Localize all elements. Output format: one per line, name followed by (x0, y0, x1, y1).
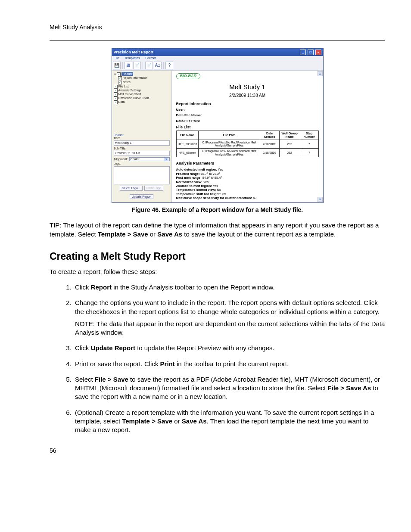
col-step-number: Step Number (300, 131, 318, 140)
help-icon[interactable]: ? (165, 62, 173, 69)
table-row: HFE_283.melt C:\Program Files\Bio-Rad\Pr… (176, 140, 318, 148)
tree-item[interactable]: File List (118, 85, 129, 88)
save-icon[interactable]: 💾 (113, 62, 121, 69)
tree-item[interactable]: Report Information (123, 76, 148, 79)
step-6: (Optional) Create a report template with… (73, 408, 385, 435)
step-2: Change the options you want to include i… (73, 299, 385, 337)
file-list-table: File Name File Path Date Created Well Gr… (176, 131, 319, 157)
step-3: Click Update Report to update the Report… (73, 344, 385, 352)
toolbar: 💾 🖶 📄 📄 A± ? (112, 61, 323, 71)
col-well-group: Well Group Name (279, 131, 300, 140)
report-datetime: 2/2/2009 11:38 AM (176, 93, 319, 98)
minimize-icon[interactable]: _ (300, 50, 306, 55)
print-icon[interactable]: 🖶 (125, 62, 132, 69)
window-title: Precision Melt Report (114, 50, 154, 55)
close-icon[interactable]: × (315, 50, 321, 55)
report-info-heading: Report Information (176, 102, 319, 106)
subtitle-label: Sub-Title: (114, 147, 170, 150)
analysis-params-heading: Analysis Parameters (176, 162, 319, 166)
checkbox-icon[interactable]: ✓ (114, 85, 118, 89)
biorad-logo: BIO-RAD (176, 73, 201, 79)
menu-templates[interactable]: Templates (124, 56, 140, 60)
user-line: User: (176, 108, 319, 112)
col-file-path: File Path (199, 131, 260, 140)
file-list-heading: File List (176, 125, 319, 130)
tree-item[interactable]: Difference Curve Chart (118, 96, 149, 100)
report-window-screenshot: Precision Melt Report _ □ × File Templat… (112, 48, 324, 203)
section-heading: Creating a Melt Study Report (50, 251, 385, 262)
title-label: Title: (114, 137, 170, 140)
figure-caption: Figure 46. Example of a Report window fo… (50, 206, 385, 213)
options-tree: ⊟ ✓Header ✓Report Information ✓Notes ✓Fi… (114, 72, 170, 104)
running-header: Melt Study Analysis (50, 24, 385, 31)
report-title: Melt Study 1 (176, 84, 319, 91)
col-file-name: File Name (176, 131, 199, 140)
col-date-created: Date Created (260, 131, 279, 140)
header-section-label: Header (114, 134, 170, 137)
checkbox-icon[interactable]: ✓ (118, 76, 122, 80)
checkbox-icon[interactable]: ✓ (114, 89, 118, 93)
maximize-icon[interactable]: □ (308, 50, 314, 55)
step-1: Click Report in the Study Analysis toolb… (73, 283, 385, 292)
checkbox-icon[interactable]: ✓ (114, 93, 118, 96)
tree-item[interactable]: Melt Curve Chart (118, 93, 141, 96)
report-options-sidebar: ⊟ ✓Header ✓Report Information ✓Notes ✓Fi… (112, 71, 172, 203)
alignment-select[interactable]: Center ▾ (129, 157, 170, 162)
tree-root-header[interactable]: Header (121, 72, 133, 76)
tip-paragraph: TIP: The layout of the report can define… (50, 221, 385, 239)
scroll-down-icon[interactable]: ▾ (318, 197, 323, 202)
menu-file[interactable]: File (114, 56, 119, 60)
update-report-button[interactable]: Update Report (130, 194, 154, 199)
logo-preview (114, 166, 170, 184)
steps-list: Click Report in the Study Analysis toolb… (50, 283, 385, 434)
tree-item[interactable]: Notes (123, 81, 131, 84)
alignment-label: Alignment: (114, 158, 128, 161)
step-4: Print or save the report. Click Print in… (73, 360, 385, 368)
report-preview: ▴ BIO-RAD Melt Study 1 2/2/2009 11:38 AM… (172, 71, 323, 203)
subtitle-input[interactable]: 2/2/2009 11:38 AM (114, 151, 170, 156)
checkbox-icon[interactable]: ✓ (114, 96, 118, 100)
table-row: HFE_65.melt C:\Program Files\Bio-Rad\Pre… (176, 149, 318, 157)
step-2-note: NOTE: The data that appear in the report… (75, 320, 385, 337)
tree-item[interactable]: Analysis Settings (118, 89, 141, 92)
intro-line: To create a report, follow these steps: (50, 268, 385, 276)
page-number: 56 (50, 447, 385, 454)
data-file-name-line: Data File Name: (176, 114, 319, 118)
menu-format[interactable]: Format (145, 56, 156, 60)
header-rule (50, 40, 385, 40)
tree-item[interactable]: Data (118, 100, 125, 103)
checkbox-icon[interactable]: ✓ (117, 72, 121, 76)
window-controls: _ □ × (299, 50, 321, 55)
step-5: Select File > Save to save the report as… (73, 375, 385, 401)
select-logo-button[interactable]: Select Logo... (120, 186, 143, 191)
checkbox-icon[interactable]: ✓ (118, 81, 122, 84)
page-setup-icon[interactable]: 📄 (133, 62, 141, 69)
analysis-params-list: Auto detected melt region: Yes Pre-melt … (176, 168, 319, 200)
scroll-up-icon[interactable]: ▴ (318, 71, 323, 76)
window-titlebar: Precision Melt Report _ □ × (112, 49, 323, 56)
logo-label: Logo: (114, 162, 170, 165)
menubar: File Templates Format (112, 56, 323, 61)
page-layout-icon[interactable]: 📄 (145, 62, 153, 69)
font-size-icon[interactable]: A± (154, 62, 162, 69)
data-file-path-line: Data File Path: (176, 119, 319, 123)
clear-logo-button[interactable]: Clear Logo (144, 186, 163, 191)
chevron-down-icon: ▾ (164, 158, 168, 161)
title-input[interactable]: Melt Study 1 (114, 140, 170, 146)
checkbox-icon[interactable]: ✓ (114, 100, 118, 104)
